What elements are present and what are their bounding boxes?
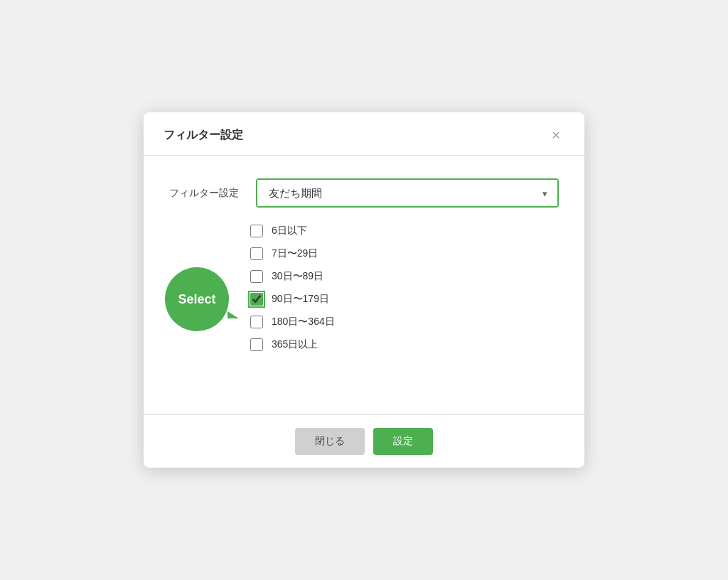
select-wrapper: 友だち期間 登録日 性別 年齢 ▾ — [256, 178, 559, 208]
filter-select[interactable]: 友だち期間 登録日 性別 年齢 — [257, 180, 557, 206]
select-bubble-label: Select — [178, 292, 215, 307]
checkbox-label-6: 365日以上 — [272, 338, 318, 351]
checkbox-3[interactable] — [250, 270, 263, 283]
checkbox-label-1: 6日以下 — [272, 225, 307, 237]
dialog: フィルター設定 × フィルター設定 友だち期間 登録日 性別 年齢 ▾ 6日以下 — [144, 112, 584, 468]
list-item[interactable]: 30日〜89日 — [250, 270, 559, 283]
checkbox-5[interactable] — [250, 316, 263, 328]
dialog-title: フィルター設定 — [164, 128, 243, 143]
list-item[interactable]: 7日〜29日 — [250, 247, 559, 260]
list-item[interactable]: 365日以上 — [250, 338, 559, 351]
dialog-body: フィルター設定 友だち期間 登録日 性別 年齢 ▾ 6日以下 7日〜29日 — [144, 156, 584, 414]
select-bubble: Select — [165, 267, 229, 331]
filter-label: フィルター設定 — [169, 187, 239, 200]
filter-row: フィルター設定 友だち期間 登録日 性別 年齢 ▾ — [169, 178, 559, 208]
list-item[interactable]: 6日以下 — [250, 225, 559, 237]
list-item[interactable]: 180日〜364日 — [250, 316, 559, 328]
checkbox-2[interactable] — [250, 247, 263, 260]
checkbox-6[interactable] — [250, 338, 263, 351]
set-button[interactable]: 設定 — [373, 428, 433, 455]
checkbox-label-5: 180日〜364日 — [272, 316, 335, 328]
list-item[interactable]: Select 90日〜179日 — [250, 293, 559, 306]
checkbox-1[interactable] — [250, 225, 263, 237]
close-icon[interactable]: × — [547, 127, 564, 144]
close-button[interactable]: 閉じる — [295, 428, 365, 455]
checkbox-list: 6日以下 7日〜29日 30日〜89日 Select 90日〜179日 180日… — [250, 225, 559, 351]
checkbox-4[interactable] — [250, 293, 263, 306]
dialog-header: フィルター設定 × — [144, 112, 584, 156]
dialog-footer: 閉じる 設定 — [144, 414, 584, 468]
checkbox-label-2: 7日〜29日 — [272, 247, 318, 260]
checkbox-label-3: 30日〜89日 — [272, 270, 323, 283]
checkbox-label-4: 90日〜179日 — [272, 293, 329, 306]
